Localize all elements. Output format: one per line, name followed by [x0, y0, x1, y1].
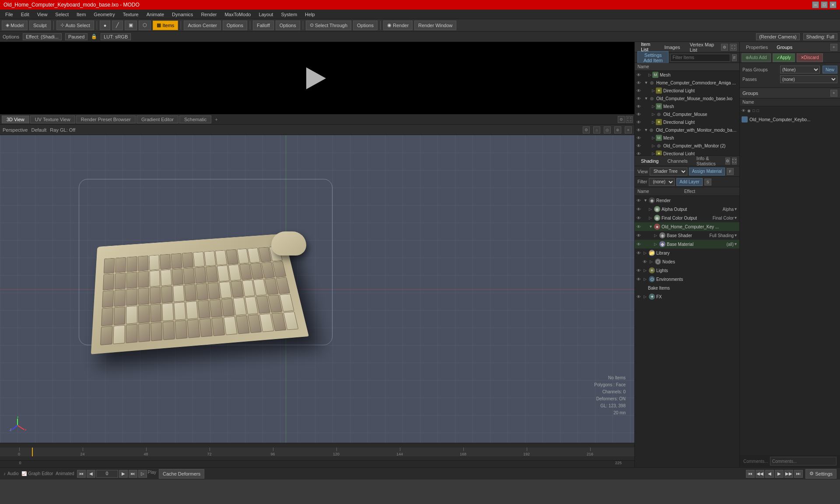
- shader-row[interactable]: Bake Items: [635, 284, 739, 292]
- cache-deformers-button[interactable]: Cache Deformers: [159, 469, 204, 479]
- passes-dropdown[interactable]: (none): [780, 75, 837, 83]
- add-item-button[interactable]: Settings Add Item: [637, 51, 668, 64]
- timeline-ruler[interactable]: 0 24 48 72 96 120 144 168 192 216: [0, 448, 634, 456]
- visibility-icon[interactable]: 👁: [637, 96, 643, 101]
- items-button[interactable]: ▦ Items: [153, 21, 178, 30]
- shader-list[interactable]: 👁 ▼ ◈ Render 👁 ▷ ◉ Alpha Output Alpha ▼: [635, 196, 739, 467]
- discard-button[interactable]: ✕ Discard: [797, 53, 823, 62]
- group-vis-icon3[interactable]: □: [752, 108, 755, 113]
- shader-tree-dropdown[interactable]: Shader Tree: [650, 168, 687, 175]
- window-controls[interactable]: ─ □ ✕: [812, 1, 836, 8]
- next-frame-button[interactable]: ▶: [119, 470, 128, 478]
- visibility-icon[interactable]: 👁: [637, 198, 643, 203]
- effect-dropdown-arrow[interactable]: ▼: [734, 233, 738, 238]
- menu-view[interactable]: View: [34, 11, 51, 18]
- timeline[interactable]: 0 24 48 72 96 120 144 168 192 216: [0, 443, 634, 460]
- visibility-icon[interactable]: 👁: [637, 251, 643, 256]
- expand-icon[interactable]: ▷: [650, 259, 655, 264]
- raygl-label[interactable]: Ray GL: Off: [50, 127, 75, 133]
- menu-geometry[interactable]: Geometry: [90, 11, 118, 18]
- expand-icon[interactable]: ▷: [649, 207, 654, 211]
- tab-properties[interactable]: Properties: [742, 44, 771, 51]
- select-mode-vertex[interactable]: ●: [100, 21, 111, 30]
- menu-animate[interactable]: Animate: [143, 11, 168, 18]
- visibility-icon[interactable]: 👁: [637, 144, 643, 148]
- falloff-options-button[interactable]: Options: [276, 21, 300, 30]
- list-item[interactable]: 👁 ▷ ☀ Directional Light: [635, 150, 739, 155]
- menu-render[interactable]: Render: [197, 11, 220, 18]
- list-item[interactable]: 👁 ▷ M Mesh: [635, 71, 739, 79]
- tab-vertex-map[interactable]: Vertex Map List: [686, 41, 718, 53]
- 3d-viewport[interactable]: No Items Polygons : Face Channels: 0 Def…: [0, 135, 634, 443]
- expand-icon[interactable]: ▷: [651, 151, 656, 155]
- groups-tab-label[interactable]: Groups: [742, 91, 758, 96]
- model-mode-button[interactable]: ◈ Model: [2, 21, 28, 30]
- prev-key-button[interactable]: ⏮: [77, 470, 86, 478]
- expand-icon[interactable]: ▼: [644, 96, 649, 101]
- list-item[interactable]: 👁 ▷ ◎ Old_Computer_Mouse: [635, 110, 739, 118]
- visibility-icon[interactable]: 👁: [637, 151, 643, 156]
- item-list-expand-icon[interactable]: ⛶: [730, 44, 737, 51]
- shader-row[interactable]: 👁 ▷ ◆ Base Material (all) ▼: [635, 240, 739, 248]
- visibility-icon[interactable]: 👁: [637, 128, 643, 133]
- tab-info-stats[interactable]: Info & Statistics: [693, 155, 722, 167]
- select-mode-mat[interactable]: ⬡: [139, 21, 151, 30]
- visibility-icon[interactable]: 👁: [643, 259, 649, 264]
- tab-channels[interactable]: Channels: [664, 158, 691, 164]
- transport-btn-2[interactable]: ◀◀: [756, 470, 764, 478]
- menu-edit[interactable]: Edit: [18, 11, 33, 18]
- vp-zoom-icon[interactable]: ⊕: [614, 126, 621, 133]
- visibility-icon[interactable]: 👁: [637, 233, 643, 238]
- add-layer-button[interactable]: Add Layer: [676, 178, 703, 186]
- groups-item[interactable]: Old_Home_Computer_Keybo...: [740, 115, 840, 124]
- expand-icon[interactable]: ▷: [651, 112, 656, 117]
- visibility-icon[interactable]: 👁: [637, 216, 643, 220]
- shader-tree-f-icon[interactable]: F: [727, 168, 734, 175]
- shader-settings-icon[interactable]: ⚙: [725, 158, 730, 164]
- vp-more-icon[interactable]: ≡: [625, 126, 632, 133]
- default-label[interactable]: Default: [31, 127, 46, 133]
- select-mode-edge[interactable]: ╱: [112, 21, 123, 30]
- menu-system[interactable]: System: [277, 11, 301, 18]
- graph-editor-section[interactable]: 📈 Graph Editor: [21, 471, 53, 476]
- minimize-button[interactable]: ─: [812, 1, 819, 8]
- visibility-icon[interactable]: 👁: [637, 207, 643, 212]
- menu-item[interactable]: Item: [73, 11, 89, 18]
- tab-schematic[interactable]: Schematic: [179, 116, 211, 123]
- item-list-settings-icon[interactable]: ⚙: [721, 44, 728, 51]
- shader-row[interactable]: 👁 ▷ 📁 Library: [635, 248, 739, 257]
- shader-row[interactable]: 👁 ▼ ◈ Render: [635, 196, 739, 205]
- action-options-button[interactable]: Options: [223, 21, 247, 30]
- expand-icon[interactable]: ▷: [651, 104, 656, 109]
- graph-editor-label[interactable]: Graph Editor: [28, 471, 53, 476]
- maximize-button[interactable]: □: [821, 1, 828, 8]
- expand-icon[interactable]: ▼: [644, 80, 649, 85]
- tab-images[interactable]: Images: [661, 44, 683, 51]
- filter-dropdown[interactable]: (none): [649, 178, 675, 186]
- list-item[interactable]: 👁 ▼ ◎ Old_Computer_with_Monitor_modo_bas…: [635, 126, 739, 134]
- frame-input[interactable]: [96, 470, 118, 478]
- expand-icon[interactable]: ▷: [651, 143, 656, 148]
- visibility-icon[interactable]: 👁: [637, 224, 643, 229]
- expand-icon[interactable]: ▷: [654, 242, 659, 246]
- group-vis-icon2[interactable]: ◉: [747, 108, 751, 113]
- visibility-icon[interactable]: 👁: [637, 80, 643, 85]
- expand-icon[interactable]: ▷: [647, 72, 652, 77]
- st-options-button[interactable]: Options: [353, 21, 378, 30]
- groups-add-icon[interactable]: +: [830, 90, 837, 97]
- tab-3d-view[interactable]: 3D View: [2, 116, 29, 123]
- tab-gradient-editor[interactable]: Gradient Editor: [136, 116, 178, 123]
- expand-icon[interactable]: ▷: [654, 233, 659, 238]
- comment-input[interactable]: [770, 457, 836, 466]
- close-button[interactable]: ✕: [830, 1, 836, 8]
- menu-texture[interactable]: Texture: [119, 11, 142, 18]
- select-through-button[interactable]: ⊙ Select Through: [306, 21, 351, 30]
- menu-layout[interactable]: Layout: [255, 11, 276, 18]
- effect-dropdown-arrow[interactable]: ▼: [734, 216, 738, 220]
- apply-button[interactable]: ✓ Apply: [773, 53, 795, 62]
- list-item[interactable]: 👁 ▷ M Mesh: [635, 102, 739, 110]
- next-key-button[interactable]: ⏭: [129, 470, 137, 478]
- shader-row[interactable]: 👁 ▷ ◉ Alpha Output Alpha ▼: [635, 205, 739, 214]
- tab-uv-texture[interactable]: UV Texture View: [30, 116, 75, 123]
- menu-select[interactable]: Select: [52, 11, 72, 18]
